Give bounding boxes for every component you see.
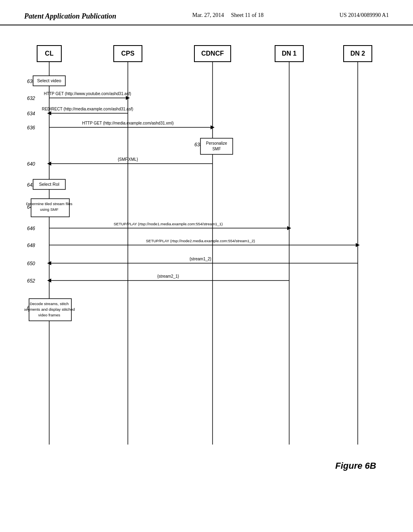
publication-sheet: Sheet 11 of 18 — [231, 12, 264, 18]
publication-title: Patent Application Publication — [24, 12, 116, 21]
svg-text:650: 650 — [27, 261, 35, 266]
svg-text:Figure 6B: Figure 6B — [335, 461, 376, 471]
svg-text:Decode streams, stitch: Decode streams, stitch — [30, 301, 69, 306]
svg-text:segments and display stitched: segments and display stitched — [24, 307, 75, 312]
svg-text:HTTP GET (http://media.example: HTTP GET (http://media.example.com/ashd3… — [82, 121, 174, 125]
sequence-diagram: CL CPS CDNCF DN 1 DN 2 630 Select video … — [24, 42, 389, 485]
svg-text:Determine tiled stream files: Determine tiled stream files — [26, 202, 72, 206]
page-header: Patent Application Publication Mar. 27, … — [0, 0, 413, 25]
svg-text:DN 1: DN 1 — [282, 50, 297, 57]
svg-text:648: 648 — [27, 243, 35, 248]
svg-text:CDNCF: CDNCF — [201, 50, 224, 57]
svg-text:CPS: CPS — [121, 50, 135, 57]
svg-text:634: 634 — [27, 111, 35, 116]
svg-text:SETUP/PLAY (rtsp://node1.media: SETUP/PLAY (rtsp://node1.media.example.c… — [114, 222, 223, 226]
publication-date: Mar. 27, 2014 — [192, 12, 224, 18]
svg-text:{stream1_2}: {stream1_2} — [190, 257, 212, 261]
svg-rect-31 — [200, 138, 233, 154]
svg-text:HTTP GET (http://www.youtube.c: HTTP GET (http://www.youtube.com/ashd31.… — [44, 91, 131, 96]
diagram-svg: CL CPS CDNCF DN 1 DN 2 630 Select video … — [24, 42, 389, 485]
svg-text:Select RoI: Select RoI — [39, 182, 60, 187]
svg-text:Personalize: Personalize — [206, 141, 227, 145]
svg-text:video frames: video frames — [38, 313, 60, 317]
svg-text:REDIRECT (http://media.example: REDIRECT (http://media.example.com/ashd3… — [42, 107, 133, 111]
svg-text:SETUP/PLAY (rtsp://node2.media: SETUP/PLAY (rtsp://node2.media.example.c… — [146, 239, 255, 243]
svg-text:632: 632 — [27, 96, 35, 101]
svg-text:{SMF.XML}: {SMF.XML} — [118, 157, 138, 162]
svg-text:636: 636 — [27, 125, 35, 131]
svg-text:using SMF: using SMF — [40, 207, 58, 212]
publication-date-sheet: Mar. 27, 2014 Sheet 11 of 18 — [192, 12, 264, 19]
svg-text:SMF: SMF — [212, 147, 221, 151]
svg-text:{stream2_1}: {stream2_1} — [157, 274, 179, 278]
svg-text:DN 2: DN 2 — [350, 50, 365, 57]
svg-text:652: 652 — [27, 278, 35, 284]
svg-text:CL: CL — [45, 50, 54, 57]
publication-number: US 2014/0089990 A1 — [340, 12, 389, 19]
svg-text:646: 646 — [27, 226, 35, 231]
svg-text:640: 640 — [27, 161, 35, 167]
svg-text:Select video: Select video — [37, 78, 61, 83]
